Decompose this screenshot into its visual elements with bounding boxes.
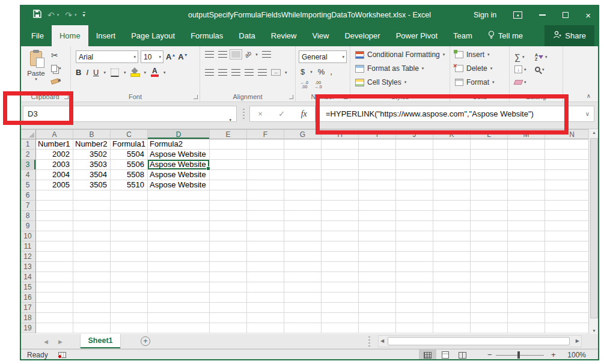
cell-F5[interactable] (247, 180, 284, 190)
row-header-8[interactable]: 8 (20, 211, 36, 221)
cell-C5[interactable]: 5510 (111, 180, 148, 190)
cell-M10[interactable] (508, 231, 545, 241)
underline-dropdown-icon[interactable]: ▾ (103, 70, 106, 75)
row-header-16[interactable]: 16 (20, 293, 36, 303)
cell-F10[interactable] (247, 231, 284, 241)
row-header-4[interactable]: 4 (20, 170, 36, 180)
cell-D7[interactable] (148, 201, 210, 211)
clear-button[interactable]: ▾ (514, 80, 535, 85)
cell-L17[interactable] (471, 303, 508, 313)
cell-G3[interactable] (284, 160, 322, 170)
cell-L19[interactable] (471, 323, 508, 333)
bottom-align-icon[interactable] (231, 51, 240, 58)
cell-C14[interactable] (111, 272, 148, 282)
alignment-dialog-launcher-icon[interactable] (289, 95, 293, 99)
cell-D11[interactable] (148, 241, 210, 252)
scroll-right-icon[interactable]: ▶ (576, 338, 579, 344)
cell-M1[interactable] (508, 139, 545, 150)
cell-G18[interactable] (284, 313, 322, 323)
autosum-dropdown-icon[interactable]: ▾ (522, 55, 525, 59)
cell-F19[interactable] (247, 323, 284, 333)
tab-developer[interactable]: Developer (337, 25, 388, 46)
cell-B11[interactable] (73, 241, 111, 252)
cell-C8[interactable] (111, 211, 148, 221)
cell-F17[interactable] (247, 303, 284, 313)
cell-M15[interactable] (508, 282, 545, 293)
cell-M7[interactable] (508, 201, 545, 211)
cell-E19[interactable] (210, 323, 247, 333)
cell-A6[interactable] (36, 190, 73, 201)
cell-M6[interactable] (508, 190, 545, 201)
decrease-indent-icon[interactable] (245, 69, 254, 76)
horizontal-scrollbar-thumb[interactable] (388, 337, 570, 345)
zoom-in-button[interactable]: + (551, 350, 556, 360)
undo-icon[interactable]: ↶ (47, 10, 55, 20)
format-cells-dropdown-icon[interactable]: ▾ (492, 80, 495, 85)
cell-A12[interactable] (36, 252, 73, 262)
column-header-A[interactable]: A (36, 130, 73, 139)
currency-dropdown-icon[interactable]: ▾ (310, 70, 313, 74)
cell-I14[interactable] (359, 272, 396, 282)
cell-C6[interactable] (111, 190, 148, 201)
cell-I8[interactable] (359, 211, 396, 221)
cell-J15[interactable] (396, 282, 433, 293)
cell-F8[interactable] (247, 211, 284, 221)
cell-K19[interactable] (433, 323, 471, 333)
column-header-C[interactable]: C (111, 130, 148, 139)
zoom-out-button[interactable]: − (487, 350, 492, 360)
new-sheet-button[interactable]: + (141, 336, 150, 346)
page-layout-view-button[interactable] (436, 350, 454, 360)
row-header-9[interactable]: 9 (20, 221, 36, 231)
tell-me-button[interactable]: Tell me (480, 25, 531, 46)
cell-C3[interactable]: 5506 (111, 160, 148, 170)
cell-F13[interactable] (247, 262, 284, 272)
cell-A4[interactable]: 2004 (36, 170, 73, 180)
cell-J2[interactable] (396, 150, 433, 160)
cell-K2[interactable] (433, 150, 471, 160)
decrease-font-size-button[interactable]: A▼ (178, 52, 188, 61)
scroll-down-icon[interactable]: ▼ (589, 329, 599, 333)
cell-M3[interactable] (508, 160, 545, 170)
orientation-dropdown-icon[interactable]: ▾ (255, 52, 258, 57)
tab-power-pivot[interactable]: Power Pivot (388, 25, 445, 46)
cell-B17[interactable] (73, 303, 111, 313)
next-sheet-icon[interactable]: ▶ (58, 334, 63, 349)
cell-I4[interactable] (359, 170, 396, 180)
row-header-15[interactable]: 15 (20, 282, 36, 293)
align-center-icon[interactable] (218, 69, 227, 76)
zoom-level[interactable]: 100% (567, 350, 586, 360)
cell-B6[interactable] (73, 190, 111, 201)
row-header-10[interactable]: 10 (20, 231, 36, 241)
cell-H12[interactable] (322, 252, 359, 262)
wrap-text-icon[interactable] (262, 51, 271, 58)
conditional-formatting-dropdown-icon[interactable]: ▾ (443, 52, 445, 57)
row-header-19[interactable]: 19 (20, 323, 36, 333)
cell-D4[interactable]: Aspose Website (148, 170, 210, 180)
decrease-decimal-button[interactable]: .00 →.0 (314, 80, 322, 89)
cell-M16[interactable] (508, 293, 545, 303)
cancel-icon[interactable]: × (258, 109, 263, 118)
save-icon[interactable] (33, 10, 41, 20)
cell-B15[interactable] (73, 282, 111, 293)
tab-formulas[interactable]: Formulas (183, 25, 231, 46)
cell-J10[interactable] (396, 231, 433, 241)
cell-M2[interactable] (508, 150, 545, 160)
expand-formula-bar-icon[interactable]: ∨ (585, 106, 590, 121)
cell-F15[interactable] (247, 282, 284, 293)
cell-H16[interactable] (322, 293, 359, 303)
cell-D2[interactable]: Aspose Website (148, 150, 210, 160)
font-name-combo[interactable]: Arial▾ (76, 50, 138, 63)
scroll-left-icon[interactable]: ◀ (380, 338, 384, 344)
row-header-14[interactable]: 14 (20, 272, 36, 282)
minimize-button[interactable] (531, 5, 554, 25)
cell-A3[interactable]: 2003 (36, 160, 73, 170)
cell-M13[interactable] (508, 262, 545, 272)
clear-dropdown-icon[interactable]: ▾ (524, 80, 526, 85)
cell-L11[interactable] (471, 241, 508, 252)
cell-L3[interactable] (471, 160, 508, 170)
cell-L7[interactable] (471, 201, 508, 211)
tab-bar-splitter[interactable] (368, 336, 370, 347)
cell-L9[interactable] (471, 221, 508, 231)
bold-button[interactable]: B (76, 68, 81, 77)
cell-B2[interactable]: 3502 (73, 150, 111, 160)
